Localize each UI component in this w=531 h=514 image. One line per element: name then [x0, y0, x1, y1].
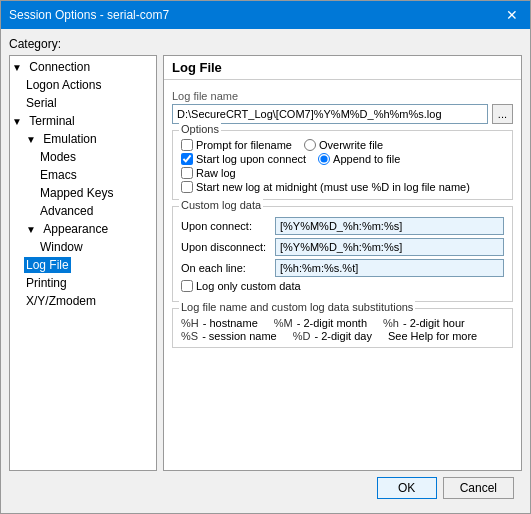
upon-disconnect-row: Upon disconnect:	[181, 238, 504, 256]
sidebar-item-xyz-modem[interactable]: X/Y/Zmodem	[10, 292, 156, 310]
options-row-2: Start log upon connect Append to file	[181, 153, 504, 165]
upon-connect-label: Upon connect:	[181, 220, 271, 232]
sidebar-item-serial[interactable]: Serial	[10, 94, 156, 112]
sub-key-S: %S	[181, 330, 198, 342]
sidebar-item-window[interactable]: Window	[10, 238, 156, 256]
on-each-line-input[interactable]	[275, 259, 504, 277]
custom-log-group: Custom log data Upon connect: Upon disco…	[172, 206, 513, 302]
substitutions-legend: Log file name and custom log data substi…	[179, 301, 415, 313]
sub-row-2: %S - session name %D - 2-digit day See H…	[181, 330, 504, 342]
prompt-filename-checkbox-label[interactable]: Prompt for filename	[181, 139, 292, 151]
start-log-text: Start log upon connect	[196, 153, 306, 165]
midnight-log-text: Start new log at midnight (must use %D i…	[196, 181, 470, 193]
sidebar-item-terminal[interactable]: ▼ Terminal	[10, 112, 156, 130]
ok-button[interactable]: OK	[377, 477, 437, 499]
prompt-filename-checkbox[interactable]	[181, 139, 193, 151]
custom-log-legend: Custom log data	[179, 199, 263, 211]
sidebar-tree: ▼ Connection Logon Actions Serial ▼ Term…	[9, 55, 157, 471]
raw-log-checkbox[interactable]	[181, 167, 193, 179]
midnight-log-checkbox[interactable]	[181, 181, 193, 193]
on-each-line-row: On each line:	[181, 259, 504, 277]
sidebar-label-window[interactable]: Window	[38, 239, 85, 255]
sidebar-label-appearance[interactable]: Appearance	[41, 221, 110, 237]
sidebar-label-emulation[interactable]: Emulation	[41, 131, 98, 147]
start-log-checkbox-label[interactable]: Start log upon connect	[181, 153, 306, 165]
sub-item-h2: %h - 2-digit hour	[383, 317, 465, 329]
sidebar-label-log-file[interactable]: Log File	[24, 257, 71, 273]
log-only-custom-checkbox[interactable]	[181, 280, 193, 292]
midnight-log-checkbox-label[interactable]: Start new log at midnight (must use %D i…	[181, 181, 470, 193]
raw-log-checkbox-label[interactable]: Raw log	[181, 167, 236, 179]
overwrite-file-radio-label[interactable]: Overwrite file	[304, 139, 383, 151]
sidebar-label-logon-actions[interactable]: Logon Actions	[24, 77, 103, 93]
sub-inner: %H - hostname %M - 2-digit month %h - 2-…	[181, 317, 504, 342]
expand-icon: ▼	[10, 62, 24, 73]
log-only-custom-label[interactable]: Log only custom data	[181, 280, 301, 292]
raw-log-text: Raw log	[196, 167, 236, 179]
sidebar-item-printing[interactable]: Printing	[10, 274, 156, 292]
sub-item-h: %H - hostname	[181, 317, 258, 329]
sidebar-label-printing[interactable]: Printing	[24, 275, 69, 291]
start-log-checkbox[interactable]	[181, 153, 193, 165]
upon-connect-row: Upon connect:	[181, 217, 504, 235]
options-inner: Prompt for filename Overwrite file	[181, 139, 504, 193]
sidebar-item-emulation[interactable]: ▼ Emulation	[10, 130, 156, 148]
expand-icon-emulation: ▼	[24, 134, 38, 145]
sidebar-label-connection[interactable]: Connection	[27, 59, 92, 75]
sidebar-item-emacs[interactable]: Emacs	[10, 166, 156, 184]
append-file-radio-label[interactable]: Append to file	[318, 153, 400, 165]
sidebar-item-logon-actions[interactable]: Logon Actions	[10, 76, 156, 94]
sidebar-label-mapped-keys[interactable]: Mapped Keys	[38, 185, 115, 201]
options-group: Options Prompt for filename Overwrite fi…	[172, 130, 513, 200]
category-label: Category:	[9, 37, 522, 51]
sub-val-M: - 2-digit month	[297, 317, 367, 329]
sub-val-S: - session name	[202, 330, 277, 342]
sidebar-label-xyz-modem[interactable]: X/Y/Zmodem	[24, 293, 98, 309]
substitutions-group: Log file name and custom log data substi…	[172, 308, 513, 348]
close-button[interactable]: ✕	[502, 7, 522, 23]
options-row-1: Prompt for filename Overwrite file	[181, 139, 504, 151]
sub-key-D: %D	[293, 330, 311, 342]
sub-val-H: - hostname	[203, 317, 258, 329]
overwrite-file-text: Overwrite file	[319, 139, 383, 151]
sidebar-item-mapped-keys[interactable]: Mapped Keys	[10, 184, 156, 202]
sidebar-label-modes[interactable]: Modes	[38, 149, 78, 165]
sidebar-item-modes[interactable]: Modes	[10, 148, 156, 166]
log-file-name-row: ...	[172, 104, 513, 124]
sub-item-S: %S - session name	[181, 330, 277, 342]
panel-body: Log file name ... Options Prompt for fil…	[164, 80, 521, 470]
sidebar-item-log-file[interactable]: Log File	[10, 256, 156, 274]
options-legend: Options	[179, 123, 221, 135]
sub-item-M: %M - 2-digit month	[274, 317, 367, 329]
window-content: Category: ▼ Connection Logon Actions Ser…	[1, 29, 530, 513]
log-only-custom-text: Log only custom data	[196, 280, 301, 292]
log-file-name-label: Log file name	[172, 90, 513, 102]
sidebar-label-terminal[interactable]: Terminal	[27, 113, 76, 129]
append-file-text: Append to file	[333, 153, 400, 165]
expand-icon-terminal: ▼	[10, 116, 24, 127]
log-file-input[interactable]	[172, 104, 488, 124]
sidebar-label-advanced[interactable]: Advanced	[38, 203, 95, 219]
sidebar-label-emacs[interactable]: Emacs	[38, 167, 79, 183]
browse-button[interactable]: ...	[492, 104, 513, 124]
window-title: Session Options - serial-com7	[9, 8, 169, 22]
cancel-button[interactable]: Cancel	[443, 477, 514, 499]
upon-disconnect-input[interactable]	[275, 238, 504, 256]
sub-val-h: - 2-digit hour	[403, 317, 465, 329]
sub-val-D: - 2-digit day	[314, 330, 371, 342]
overwrite-file-radio[interactable]	[304, 139, 316, 151]
sub-item-D: %D - 2-digit day	[293, 330, 372, 342]
options-row-3: Raw log	[181, 167, 504, 179]
sidebar-item-appearance[interactable]: ▼ Appearance	[10, 220, 156, 238]
sub-key-H: %H	[181, 317, 199, 329]
sub-item-help: See Help for more	[388, 330, 477, 342]
sidebar-label-serial[interactable]: Serial	[24, 95, 59, 111]
sidebar-item-advanced[interactable]: Advanced	[10, 202, 156, 220]
sidebar-item-connection[interactable]: ▼ Connection	[10, 58, 156, 76]
append-file-radio[interactable]	[318, 153, 330, 165]
upon-connect-input[interactable]	[275, 217, 504, 235]
session-options-window: Session Options - serial-com7 ✕ Category…	[0, 0, 531, 514]
sub-key-M: %M	[274, 317, 293, 329]
title-bar: Session Options - serial-com7 ✕	[1, 1, 530, 29]
prompt-filename-text: Prompt for filename	[196, 139, 292, 151]
